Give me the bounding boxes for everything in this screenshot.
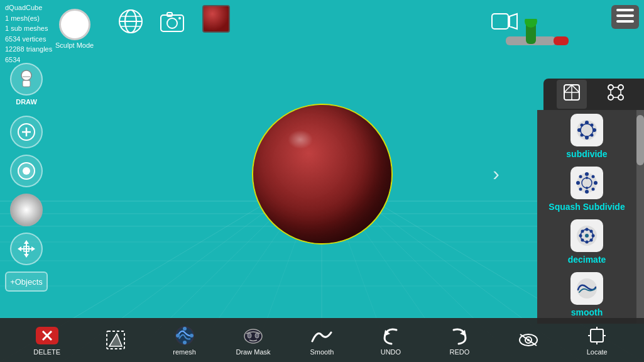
- undo-button[interactable]: UNDO: [372, 324, 410, 356]
- svg-rect-35: [616, 20, 634, 23]
- panel-tab-3d[interactable]: [557, 80, 587, 109]
- smooth-icon: [570, 272, 603, 305]
- remesh-button[interactable]: remesh: [166, 324, 204, 356]
- chevron-right-button[interactable]: ›: [493, 162, 499, 185]
- object-info: dQuadCube 1 mesh(es) 1 sub meshes 6534 v…: [5, 3, 52, 65]
- locate-button[interactable]: Locate: [578, 324, 616, 356]
- remesh-label: remesh: [173, 348, 196, 356]
- smooth-icon: [310, 324, 334, 348]
- svg-point-68: [586, 187, 588, 189]
- gradient-button[interactable]: [10, 194, 43, 226]
- undo-label: UNDO: [381, 348, 401, 356]
- move-button[interactable]: [10, 233, 43, 265]
- svg-point-59: [585, 172, 589, 176]
- svg-point-78: [590, 239, 593, 242]
- panel-header: [543, 79, 644, 110]
- camera-icon-button[interactable]: [158, 8, 186, 38]
- svg-point-40: [618, 85, 623, 90]
- svg-point-77: [581, 239, 584, 242]
- draw-button[interactable]: DRAW: [10, 63, 43, 96]
- panel-tab-nodes[interactable]: [601, 80, 631, 109]
- bottom-toolbar: DELETE remesh: [0, 318, 644, 362]
- panel-scrollbar[interactable]: [636, 110, 644, 324]
- smooth-button[interactable]: Smooth: [303, 324, 341, 356]
- svg-point-104: [190, 334, 194, 337]
- svg-point-24: [167, 18, 177, 28]
- svg-point-106: [183, 341, 187, 344]
- add-button[interactable]: [10, 116, 43, 148]
- extra-count: 6534: [5, 56, 20, 63]
- svg-point-72: [586, 241, 589, 244]
- dot-icon: [17, 162, 36, 180]
- object-name: dQuadCube: [5, 4, 42, 11]
- svg-point-51: [577, 128, 581, 132]
- redo-icon: [447, 324, 471, 348]
- globe-icon: [117, 8, 145, 35]
- sculpt-mode-label: Sculpt Mode: [55, 41, 94, 49]
- subdivide-label: subdivide: [566, 149, 607, 159]
- svg-point-56: [591, 134, 594, 137]
- svg-marker-95: [31, 246, 35, 251]
- tool-squash-subdivide[interactable]: Squash Subdivide: [537, 163, 636, 216]
- svg-point-75: [581, 230, 584, 233]
- svg-point-53: [581, 124, 584, 127]
- delete-icon: [36, 327, 58, 344]
- smooth-label: smooth: [571, 307, 603, 317]
- svg-point-61: [576, 181, 580, 185]
- selection-button[interactable]: [97, 329, 134, 351]
- camera-icon: [158, 8, 186, 35]
- svg-point-52: [592, 128, 596, 132]
- draw-mask-label: Draw Mask: [236, 348, 271, 356]
- squash-subdivide-icon: [570, 167, 603, 199]
- tool-subdivide[interactable]: subdivide: [537, 110, 636, 163]
- locate-icon-button[interactable]: [510, 329, 547, 351]
- svg-marker-100: [109, 334, 122, 346]
- sub-meshes: 1 sub meshes: [5, 25, 48, 32]
- decimate-icon: [570, 219, 603, 252]
- svg-point-109: [255, 333, 259, 338]
- locate-icon: [516, 328, 540, 352]
- selection-icon: [104, 329, 127, 351]
- svg-point-41: [608, 95, 613, 100]
- svg-marker-92: [24, 240, 29, 244]
- panel-tools-list: subdivide Squash Su: [537, 110, 636, 324]
- triangles: 12288 triangles: [5, 45, 52, 53]
- svg-rect-33: [616, 9, 634, 11]
- svg-rect-34: [616, 14, 634, 17]
- move-icon: [16, 239, 36, 259]
- svg-point-82: [21, 70, 31, 80]
- squash-subdivide-label: Squash Subdivide: [548, 202, 625, 212]
- svg-point-66: [592, 188, 595, 191]
- tool-decimate[interactable]: decimate: [537, 216, 636, 268]
- svg-point-64: [592, 175, 595, 178]
- remesh-icon: [173, 324, 197, 348]
- panel-scrollbar-thumb[interactable]: [636, 115, 644, 165]
- locate-label: Locate: [587, 348, 608, 356]
- svg-rect-116: [591, 329, 603, 342]
- delete-button[interactable]: DELETE: [28, 324, 66, 356]
- dot-button[interactable]: [10, 155, 43, 187]
- delete-label: DELETE: [33, 348, 60, 356]
- draw-mask-button[interactable]: Draw Mask: [234, 324, 272, 356]
- svg-rect-83: [23, 80, 30, 87]
- draw-mask-icon: [241, 324, 265, 348]
- tool-handle-icon: [493, 19, 569, 63]
- menu-button[interactable]: [611, 5, 639, 29]
- svg-point-63: [579, 175, 582, 178]
- svg-point-108: [248, 333, 251, 338]
- 3d-sphere[interactable]: [253, 105, 391, 243]
- decimate-label: decimate: [568, 255, 606, 265]
- svg-point-60: [585, 190, 589, 194]
- svg-point-74: [592, 234, 595, 238]
- svg-point-79: [585, 234, 589, 238]
- globe-icon-button[interactable]: [117, 8, 145, 38]
- redo-button[interactable]: REDO: [440, 324, 478, 356]
- sphere-mini-icon-button[interactable]: [202, 5, 230, 33]
- svg-point-105: [183, 327, 187, 331]
- subdivide-icon: [570, 114, 603, 146]
- add-objects-button[interactable]: +Objects: [5, 272, 48, 292]
- objects-label: +Objects: [10, 277, 43, 287]
- sculpt-mode-button[interactable]: Sculpt Mode: [55, 9, 94, 49]
- add-icon: [17, 123, 36, 141]
- tool-smooth[interactable]: smooth: [537, 268, 636, 321]
